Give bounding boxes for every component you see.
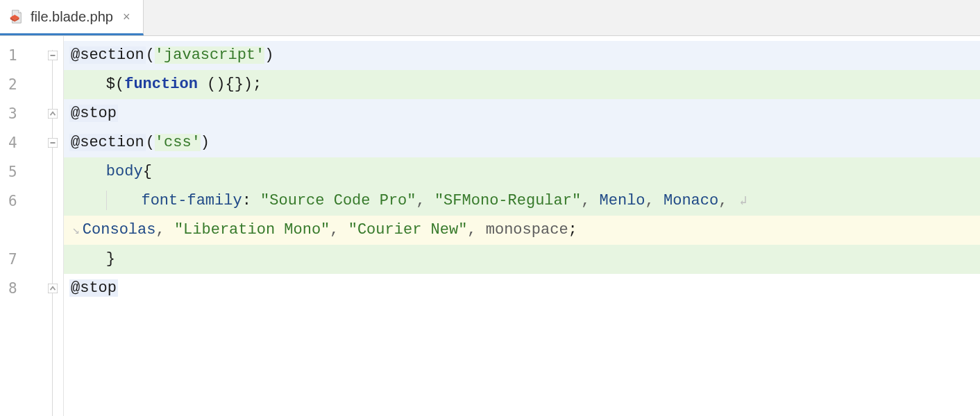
line-number: 4 bbox=[0, 128, 42, 157]
fold-end-icon[interactable] bbox=[42, 274, 63, 303]
fold-gutter-row bbox=[42, 245, 63, 274]
line-number: 6 bbox=[0, 187, 42, 216]
line-number: 5 bbox=[0, 157, 42, 187]
code-line[interactable]: @section('css') bbox=[64, 128, 980, 157]
line-number: 3 bbox=[0, 99, 42, 128]
fold-gutter-row bbox=[42, 216, 63, 245]
blade-file-icon bbox=[8, 9, 24, 24]
tab-file[interactable]: file.blade.php × bbox=[0, 0, 144, 35]
fold-toggle-icon[interactable] bbox=[42, 128, 63, 157]
svg-rect-5 bbox=[48, 284, 58, 293]
line-number: 8 bbox=[0, 274, 42, 303]
code-line[interactable]: @stop bbox=[64, 274, 980, 303]
tab-close-icon[interactable]: × bbox=[120, 8, 133, 26]
fold-end-icon[interactable] bbox=[42, 99, 63, 128]
line-number: 1 bbox=[0, 41, 42, 70]
code-line[interactable]: body{ bbox=[64, 157, 980, 187]
tab-filename: file.blade.php bbox=[31, 9, 113, 25]
code-line[interactable]: font-family: "Source Code Pro", "SFMono-… bbox=[64, 187, 980, 216]
code-area[interactable]: @section('javascript') $(function (){});… bbox=[64, 36, 980, 416]
code-line[interactable]: @stop bbox=[64, 99, 980, 128]
fold-gutter-row bbox=[42, 157, 63, 187]
fold-gutter-row bbox=[42, 70, 63, 99]
line-number: 2 bbox=[0, 70, 42, 99]
code-line[interactable]: @section('javascript') bbox=[64, 41, 980, 70]
fold-toggle-icon[interactable] bbox=[42, 41, 63, 70]
code-line-wrapped[interactable]: ↘Consolas, "Liberation Mono", "Courier N… bbox=[64, 216, 980, 245]
soft-wrap-continuation-icon: ↘ bbox=[69, 223, 83, 237]
svg-rect-2 bbox=[48, 109, 58, 119]
line-number bbox=[0, 216, 42, 245]
code-line[interactable]: $(function (){}); bbox=[64, 70, 980, 99]
fold-gutter-row bbox=[42, 187, 63, 216]
line-number: 7 bbox=[0, 245, 42, 274]
code-line[interactable]: } bbox=[64, 245, 980, 274]
editor: 1 2 3 4 5 6 7 8 @section('j bbox=[0, 36, 980, 416]
soft-wrap-arrow-icon: ↲ bbox=[737, 194, 750, 208]
fold-gutter bbox=[42, 36, 64, 416]
tab-bar: file.blade.php × bbox=[0, 0, 980, 36]
line-number-gutter: 1 2 3 4 5 6 7 8 bbox=[0, 36, 42, 416]
